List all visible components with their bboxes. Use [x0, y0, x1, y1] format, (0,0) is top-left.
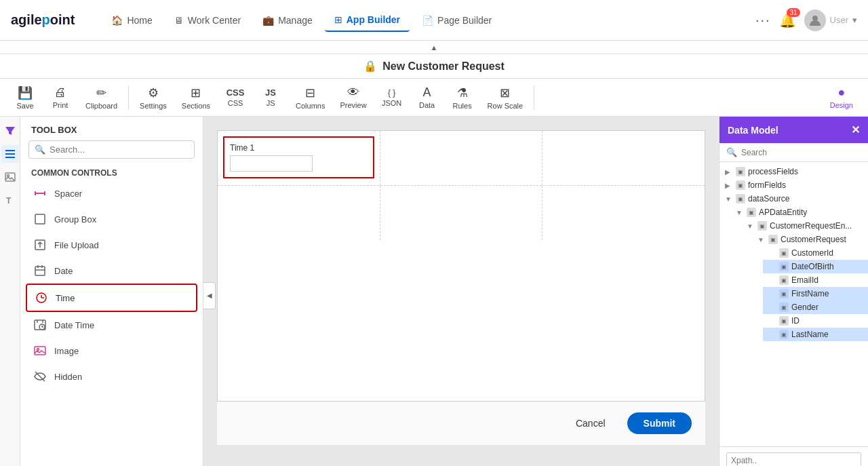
data-model-title: Data Model — [728, 125, 778, 136]
tool-date-time[interactable]: Date Time — [26, 312, 197, 338]
cancel-button[interactable]: Cancel — [562, 412, 619, 434]
canvas-cell-1-2[interactable] — [380, 131, 543, 185]
toolbox-search-input[interactable] — [50, 144, 189, 155]
panel-collapse-button[interactable]: ◀ — [203, 282, 216, 309]
time-label: Time — [56, 293, 75, 303]
hidden-icon — [33, 369, 47, 384]
form-canvas: Time 1 — [217, 130, 705, 402]
json-button[interactable]: { } JSON — [375, 85, 409, 110]
sidebar-list-icon[interactable] — [1, 145, 19, 163]
tree-label: formFields — [748, 180, 786, 190]
settings-button[interactable]: ⚙ Settings — [133, 83, 174, 113]
sections-icon: ⊞ — [191, 85, 201, 100]
data-model-close-icon[interactable]: ✕ — [851, 123, 860, 136]
user-avatar — [804, 9, 826, 31]
tree-toggle-icon: ▼ — [747, 222, 755, 230]
submit-button[interactable]: Submit — [627, 412, 692, 434]
sidebar-image-icon[interactable] — [1, 168, 19, 186]
js-icon: JS — [265, 88, 276, 98]
group-box-label: Group Box — [54, 214, 96, 225]
svg-rect-25 — [35, 347, 45, 355]
monitor-icon: 🖥 — [174, 15, 184, 26]
tool-date[interactable]: Date — [26, 258, 197, 284]
nav-manage[interactable]: 💼 Manage — [253, 9, 322, 31]
css-button[interactable]: CSS CSS — [218, 85, 252, 110]
rules-button[interactable]: ⚗ Rules — [446, 83, 479, 113]
file-upload-label: File Upload — [54, 240, 99, 250]
tree-label: APDataEntity — [759, 208, 807, 217]
columns-icon: ⊟ — [305, 85, 315, 100]
row-scale-button[interactable]: ⊠ Row Scale — [481, 83, 530, 113]
sidebar-filter-icon[interactable] — [1, 122, 19, 140]
tree-customer-request[interactable]: ▼ ▣ CustomerRequest — [752, 233, 868, 246]
print-button[interactable]: 🖨 Print — [43, 83, 77, 112]
field-icon: ▣ — [779, 330, 789, 339]
nav-home[interactable]: 🏠 Home — [102, 9, 161, 31]
toolbar-divider-1 — [128, 85, 129, 110]
canvas-cell-2-2[interactable] — [380, 186, 543, 240]
preview-button[interactable]: 👁 Preview — [333, 83, 373, 112]
data-model-search-input[interactable] — [741, 148, 861, 157]
canvas-cell-1-3[interactable] — [542, 131, 705, 185]
tool-spacer[interactable]: Spacer — [26, 180, 197, 206]
tree-id[interactable]: ▣ ID — [763, 314, 868, 328]
more-button[interactable]: ··· — [755, 12, 771, 28]
user-menu[interactable]: User ▾ — [804, 9, 857, 31]
tree-date-of-birth[interactable]: ▣ DateOfBirth — [763, 260, 868, 273]
tool-image[interactable]: Image — [26, 338, 197, 364]
tree-email-id[interactable]: ▣ EmailId — [763, 273, 868, 287]
tree-form-fields[interactable]: ▶ ▣ formFields — [719, 178, 868, 192]
tool-time[interactable]: Time — [26, 284, 197, 312]
tree-toggle-icon: ▶ — [725, 182, 733, 189]
save-button[interactable]: 💾 Save — [8, 83, 42, 113]
columns-button[interactable]: ⊟ Columns — [289, 83, 332, 113]
design-button[interactable]: ● Design — [823, 83, 860, 112]
tree-customer-id[interactable]: ▣ CustomerId — [763, 246, 868, 260]
tool-hidden[interactable]: Hidden — [26, 364, 197, 389]
tree-customer-request-en[interactable]: ▼ ▣ CustomerRequestEn... — [741, 219, 868, 233]
time-field-input[interactable] — [230, 155, 313, 172]
data-model-search-icon: 🔍 — [726, 147, 737, 157]
tree-data-source[interactable]: ▼ ▣ dataSource — [719, 192, 868, 206]
tree-process-fields[interactable]: ▶ ▣ processFields — [719, 165, 868, 178]
time-icon — [34, 290, 49, 305]
sidebar-text-icon[interactable]: T — [1, 191, 19, 209]
nav-page-builder[interactable]: 📄 Page Builder — [412, 9, 501, 31]
page-title-bar: 🔒 New Customer Request — [0, 54, 868, 79]
notification-button[interactable]: 🔔 31 — [779, 12, 796, 28]
canvas-cell-2-3[interactable] — [542, 186, 705, 240]
date-time-icon — [33, 317, 47, 332]
xpath-input[interactable] — [726, 452, 861, 466]
spacer-icon — [33, 186, 47, 201]
page-icon: 📄 — [422, 15, 433, 26]
user-name: User — [830, 15, 848, 25]
svg-point-0 — [812, 16, 818, 21]
tree-first-name[interactable]: ▣ FirstName — [763, 287, 868, 300]
field-icon: ▣ — [747, 208, 756, 217]
tree-label: EmailId — [791, 275, 818, 285]
canvas-cell-1-1[interactable]: Time 1 — [218, 131, 380, 185]
time-field-box: Time 1 — [223, 136, 374, 178]
collapse-bar[interactable]: ▲ — [0, 41, 868, 54]
canvas-cell-2-1[interactable] — [218, 186, 380, 240]
field-icon: ▣ — [736, 167, 745, 176]
svg-rect-10 — [35, 214, 45, 224]
tree-spacer — [768, 263, 776, 271]
design-icon: ● — [837, 85, 845, 100]
tool-file-upload[interactable]: File Upload — [26, 232, 197, 258]
sections-button[interactable]: ⊞ Sections — [175, 83, 217, 113]
js-button[interactable]: JS JS — [254, 85, 288, 110]
tree-ap-data-entity-children: ▼ ▣ CustomerRequestEn... ▼ ▣ CustomerReq… — [730, 219, 868, 341]
tree-gender[interactable]: ▣ Gender — [763, 300, 868, 314]
clipboard-button[interactable]: ✏ Clipboard — [79, 83, 124, 113]
logo-text: agilepoint — [11, 12, 75, 28]
row-scale-icon: ⊠ — [500, 85, 510, 100]
tree-last-name[interactable]: ▣ LastName — [763, 328, 868, 341]
tree-ap-data-entity[interactable]: ▼ ▣ APDataEntity — [730, 206, 868, 219]
nav-work-center[interactable]: 🖥 Work Center — [165, 9, 250, 31]
data-button[interactable]: A Data — [410, 83, 444, 112]
file-upload-icon — [33, 237, 47, 252]
tool-group-box[interactable]: Group Box — [26, 206, 197, 232]
nav-app-builder[interactable]: ⊞ App Builder — [325, 9, 410, 32]
clipboard-icon: ✏ — [96, 85, 106, 100]
